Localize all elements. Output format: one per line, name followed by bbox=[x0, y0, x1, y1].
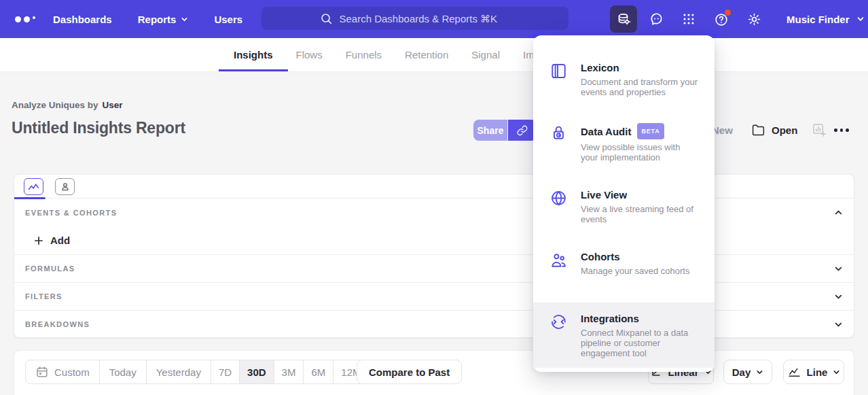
mixpanel-app: Dashboards Reports Users bbox=[0, 0, 868, 395]
open-label: Open bbox=[772, 124, 797, 136]
nav-item-dashboards[interactable]: Dashboards bbox=[53, 14, 112, 25]
tab-retention[interactable]: Retention bbox=[405, 49, 448, 61]
range-7d[interactable]: 7D bbox=[211, 360, 239, 383]
nav-links: Dashboards Reports Users bbox=[53, 0, 242, 38]
range-6m[interactable]: 6M bbox=[303, 360, 333, 383]
section-label: FORMULAS bbox=[25, 264, 75, 273]
profiles-view-tab[interactable] bbox=[55, 178, 75, 195]
tab-signal[interactable]: Signal bbox=[471, 49, 500, 61]
top-navbar: Dashboards Reports Users bbox=[0, 0, 868, 38]
range-today[interactable]: Today bbox=[99, 360, 146, 383]
more-options-button[interactable] bbox=[834, 120, 849, 141]
chevron-down-icon bbox=[834, 320, 843, 329]
profiles-tab-icon bbox=[59, 181, 71, 192]
apps-grid-icon bbox=[681, 12, 696, 27]
query-builder-panel: EVENTS & COHORTS Add FORMULAS FILTERS BR… bbox=[14, 174, 854, 338]
chart-type-select[interactable]: Line bbox=[783, 360, 844, 384]
builder-view-tabs bbox=[14, 175, 854, 199]
data-management-button[interactable] bbox=[610, 5, 637, 33]
data-management-icon bbox=[616, 12, 632, 27]
menu-item-title: Live View bbox=[581, 188, 698, 201]
range-custom[interactable]: Custom bbox=[26, 360, 99, 383]
menu-item-title: Lexicon bbox=[581, 61, 698, 74]
expand-section-button[interactable] bbox=[834, 320, 843, 329]
tab-insights[interactable]: Insights bbox=[234, 49, 273, 61]
breadcrumb: Analyze Uniques byUser bbox=[12, 100, 123, 110]
expand-section-button[interactable] bbox=[834, 264, 843, 273]
menu-item-title: Integrations bbox=[581, 312, 698, 325]
section-label: BREAKDOWNS bbox=[25, 320, 90, 328]
granularity-select[interactable]: Day bbox=[723, 360, 772, 384]
search-input[interactable] bbox=[340, 13, 511, 24]
folder-icon bbox=[751, 123, 765, 137]
menu-item-data-audit[interactable]: Data Audit BETA View possible issues wit… bbox=[533, 114, 715, 172]
globe-icon bbox=[549, 189, 568, 207]
global-search[interactable] bbox=[261, 7, 568, 30]
line-chart-tab-icon bbox=[27, 181, 40, 192]
sync-icon bbox=[549, 313, 568, 331]
notification-dot bbox=[725, 10, 731, 16]
chevron-down-icon bbox=[856, 15, 865, 23]
search-icon bbox=[320, 12, 333, 25]
page-title[interactable]: Untitled Insights Report bbox=[12, 119, 185, 137]
open-report-button[interactable]: Open bbox=[751, 120, 797, 141]
project-name: Music Finder bbox=[786, 14, 850, 25]
copy-link-button[interactable] bbox=[508, 120, 537, 141]
section-formulas: FORMULAS bbox=[14, 254, 854, 282]
expand-section-button[interactable] bbox=[834, 292, 843, 301]
breadcrumb-entity[interactable]: User bbox=[103, 100, 123, 110]
project-switcher[interactable]: Music Finder bbox=[786, 0, 865, 38]
navbar-icon-buttons bbox=[610, 5, 767, 33]
calendar-icon bbox=[35, 365, 49, 379]
add-to-dashboard-button[interactable] bbox=[812, 122, 827, 138]
add-event-button[interactable]: Add bbox=[34, 235, 70, 246]
chevron-down-icon bbox=[834, 264, 843, 273]
new-report-button[interactable]: New bbox=[712, 120, 733, 141]
breadcrumb-prefix: Analyze Uniques by bbox=[12, 100, 98, 110]
menu-item-title: Cohorts bbox=[581, 250, 689, 263]
feedback-button[interactable] bbox=[643, 5, 670, 33]
report-tabs: Insights Flows Funnels Retention Signal … bbox=[0, 38, 868, 72]
menu-item-lexicon[interactable]: Lexicon Document and transform your even… bbox=[533, 52, 715, 107]
range-3m[interactable]: 3M bbox=[274, 360, 304, 383]
events-add-row: Add bbox=[14, 226, 854, 254]
menu-item-cohorts[interactable]: Cohorts Manage your saved cohorts bbox=[533, 241, 715, 296]
apps-grid-button[interactable] bbox=[675, 5, 702, 33]
menu-item-description: Document and transform your events and p… bbox=[581, 77, 698, 97]
menu-item-integrations[interactable]: Integrations Connect Mixpanel to a data … bbox=[533, 303, 715, 368]
share-button[interactable]: Share bbox=[473, 120, 507, 141]
compare-to-past-button[interactable]: Compare to Past bbox=[357, 360, 462, 384]
add-chart-icon bbox=[812, 122, 827, 138]
collapse-section-button[interactable] bbox=[834, 208, 843, 217]
menu-item-description: Connect Mixpanel to a data pipeline or c… bbox=[581, 328, 698, 358]
mixpanel-logo-icon[interactable] bbox=[15, 0, 35, 38]
menu-item-title: Data Audit BETA bbox=[581, 123, 698, 139]
tab-funnels[interactable]: Funnels bbox=[346, 49, 382, 61]
line-chart-view-tab[interactable] bbox=[24, 178, 43, 195]
range-yesterday[interactable]: Yesterday bbox=[146, 360, 211, 383]
menu-item-description: View a live streaming feed of events bbox=[581, 204, 698, 224]
chart-controls-panel: Custom Today Yesterday 7D 30D 3M 6M 12M … bbox=[14, 350, 854, 395]
date-range-selector: Custom Today Yesterday 7D 30D 3M 6M 12M bbox=[25, 360, 369, 384]
add-label: Add bbox=[50, 235, 70, 246]
section-label: FILTERS bbox=[25, 292, 62, 300]
menu-item-live-view[interactable]: Live View View a live streaming feed of … bbox=[533, 179, 715, 234]
range-30d[interactable]: 30D bbox=[239, 360, 274, 383]
settings-gear-icon bbox=[746, 12, 762, 27]
menu-item-description: Manage your saved cohorts bbox=[581, 266, 689, 276]
tab-flows[interactable]: Flows bbox=[296, 49, 323, 61]
nav-item-reports[interactable]: Reports bbox=[138, 14, 189, 25]
chevron-down-icon bbox=[834, 292, 843, 301]
plus-icon bbox=[34, 236, 43, 245]
nav-item-users[interactable]: Users bbox=[214, 14, 242, 25]
people-icon bbox=[549, 251, 568, 269]
link-icon bbox=[516, 124, 528, 137]
feedback-bubble-icon bbox=[649, 12, 664, 27]
chevron-up-icon bbox=[834, 208, 843, 217]
lock-icon bbox=[549, 124, 568, 142]
help-button[interactable] bbox=[708, 5, 735, 33]
chevron-down-icon bbox=[756, 368, 763, 376]
section-breakdowns: BREAKDOWNS bbox=[14, 310, 854, 338]
book-icon bbox=[549, 62, 568, 80]
settings-button[interactable] bbox=[740, 5, 767, 33]
